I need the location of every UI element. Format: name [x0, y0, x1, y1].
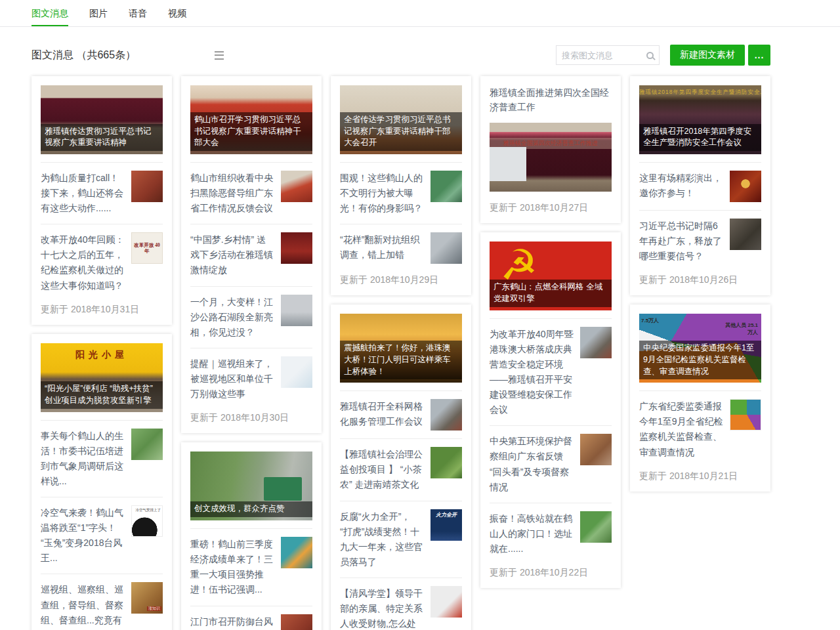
list-item[interactable]: 巡视组、巡察组、巡查组，督导组、督察组、督查组...究竟有啥区别？ 涨知识 — [41, 574, 163, 630]
list-item[interactable]: 反腐“火力全开”， “打虎”战绩斐然！十九大一年来，这些官员落马了 火力全开 — [340, 501, 462, 570]
page-title: 图文消息 （共665条） — [32, 49, 136, 62]
pie-chart-label: 其他人员 25.1万人 — [721, 322, 758, 336]
list-item[interactable]: 【清风学堂】领导干部的亲属、特定关系人收受财物,怎么处分? — [340, 578, 462, 630]
article-thumbnail — [131, 171, 163, 202]
article-title: 这里有场精彩演出，邀你齐参与！ — [639, 171, 723, 202]
updated-date: 更新于 2018年10月31日 — [41, 304, 163, 316]
cover-title: 全省传达学习贯彻习近平总书记视察广东重要讲话精神干部大会召开 — [340, 112, 462, 151]
search-box[interactable] — [556, 45, 660, 65]
article-thumbnail — [430, 171, 462, 202]
list-item[interactable]: 鹤山市组织收看中央扫黑除恶督导组广东省工作情况反馈会议 — [190, 162, 312, 216]
cover-title: 创文成效现，群众齐点赞 — [190, 501, 312, 517]
tab-audio[interactable]: 语音 — [129, 0, 147, 26]
article-title: 冷空气来袭！鹤山气温将跌至“1”字头！“玉兔”变身2018台风王... — [41, 505, 125, 566]
list-item[interactable]: 为改革开放40周年暨港珠澳大桥落成庆典营造安全稳定环境——雅瑶镇召开平安建设暨维… — [490, 318, 612, 418]
article-card: 鹤山市召开学习贯彻习近平总书记视察广东重要讲话精神干部大会 鹤山市组织收看中央扫… — [181, 76, 322, 433]
list-item[interactable]: 雅瑶镇召开全科网格化服务管理工作会议 — [340, 390, 462, 430]
article-title: 提醒｜巡视组来了，被巡视地区和单位千万别做这些事 — [190, 356, 274, 402]
tab-video[interactable]: 视频 — [168, 0, 186, 26]
updated-date: 更新于 2018年10月22日 — [490, 567, 612, 579]
article-cover[interactable]: 创文成效现，群众齐点赞 — [190, 452, 312, 520]
search-input[interactable] — [562, 51, 646, 60]
article-thumbnail — [281, 232, 312, 264]
article-cover[interactable]: 鹤山市召开学习贯彻习近平总书记视察广东重要讲话精神干部大会 — [190, 85, 312, 154]
list-item[interactable]: 改革开放40年回顾：十七大之后的五年，纪检监察机关做过的这些大事你知道吗？ 改革… — [41, 224, 163, 293]
article-thumbnail: 改革开放 40年 — [131, 232, 163, 264]
article-thumbnail — [580, 434, 612, 465]
article-title: 反腐“火力全开”， “打虎”战绩斐然！十九大一年来，这些官员落马了 — [340, 509, 424, 570]
article-title: 重磅！鹤山前三季度经济成绩单来了！三重一大项目强势推进！伍书记强调... — [190, 537, 274, 597]
article-title: 中央第五环境保护督察组向广东省反馈“回头看”及专项督察情况 — [490, 434, 574, 494]
article-cover[interactable]: 雅瑶镇全国第四次经济普查工作推进 — [490, 123, 612, 192]
updated-date: 更新于 2018年10月27日 — [490, 202, 612, 214]
list-item[interactable]: 围观！这些鹤山人的不文明行为被大曝光！有你的身影吗？ — [340, 162, 462, 216]
article-title: 为鹤山质量打call！接下来，鹤山还将会有这些大动作...... — [41, 171, 125, 216]
list-item[interactable]: 事关每个鹤山人的生活！市委书记伍培进到市气象局调研后这样说... — [41, 420, 163, 489]
page-header: 图文消息 （共665条） 新建图文素材 ... — [0, 45, 840, 66]
article-thumbnail — [281, 537, 312, 568]
article-title[interactable]: 雅瑶镇全面推进第四次全国经济普查工作 — [490, 85, 612, 115]
list-item[interactable]: 提醒｜巡视组来了，被巡视地区和单位千万别做这些事 — [190, 348, 312, 402]
article-thumbnail — [131, 429, 163, 460]
list-item[interactable]: 为鹤山质量打call！接下来，鹤山还将会有这些大动作...... — [41, 162, 163, 216]
article-title: 雅瑶镇召开全科网格化服务管理工作会议 — [340, 399, 424, 430]
article-thumbnail — [580, 327, 612, 358]
article-card: 雅瑶镇2018年第四季度安全生产暨消防安全工作 雅瑶镇召开2018年第四季度安全… — [630, 76, 770, 295]
material-type-tabs: 图文消息 图片 语音 视频 — [0, 0, 840, 27]
grid-view-icon[interactable] — [145, 51, 208, 60]
article-cover[interactable]: 阳光小屋 “阳光小屋”便利店 “助残+扶贫”创业项目成为脱贫攻坚新引擎 — [41, 343, 163, 412]
article-title: 【清风学堂】领导干部的亲属、特定关系人收受财物,怎么处分? — [340, 586, 424, 630]
article-card: 雅瑶镇全面推进第四次全国经济普查工作 雅瑶镇全国第四次经济普查工作推进 更新于 … — [480, 76, 621, 223]
list-item[interactable]: 重磅！鹤山前三季度经济成绩单来了！三重一大项目强势推进！伍书记强调... — [190, 528, 312, 597]
list-view-icon[interactable] — [215, 51, 224, 60]
list-item[interactable]: 中央第五环境保护督察组向广东省反馈“回头看”及专项督察情况 — [490, 425, 612, 494]
article-cover[interactable]: 雅瑶镇2018年第四季度安全生产暨消防安全工作 雅瑶镇召开2018年第四季度安全… — [639, 85, 761, 154]
article-cover[interactable]: 全省传达学习贯彻习近平总书记视察广东重要讲话精神干部大会召开 — [340, 85, 462, 154]
article-card: 震撼航拍来了！你好，港珠澳大桥！江门人明日可这样乘车上桥体验！ 雅瑶镇召开全科网… — [331, 304, 471, 630]
tab-image[interactable]: 图片 — [89, 0, 108, 26]
list-item[interactable]: 这里有场精彩演出，邀你齐参与！ — [639, 162, 761, 202]
updated-date: 更新于 2018年10月26日 — [639, 274, 761, 286]
article-thumbnail: 冷空气安排上了 — [131, 505, 163, 537]
article-title: “花样”翻新对抗组织调查，错上加错 — [340, 232, 424, 264]
list-item[interactable]: 江门市召开防御台风“山竹”抢险救灾工作总结大会，鹤山这些先进集体个人受奖励～ — [190, 606, 312, 630]
article-card: 雅瑶镇传达贯彻习近平总书记视察广东重要讲话精神 为鹤山质量打call！接下来，鹤… — [32, 76, 172, 325]
cover-title: 雅瑶镇传达贯彻习近平总书记视察广东重要讲话精神 — [41, 124, 163, 152]
list-item[interactable]: “花样”翻新对抗组织调查，错上加错 — [340, 224, 462, 264]
more-actions-button[interactable]: ... — [748, 45, 770, 66]
list-item[interactable]: 广东省纪委监委通报今年1至9月全省纪检监察机关监督检查、审查调查情况 — [639, 390, 761, 459]
article-title: “中国梦.乡村情” 送戏下乡活动在雅瑶镇激情绽放 — [190, 232, 274, 278]
article-title: 习近平总书记时隔6年再赴广东，释放了哪些重要信号？ — [639, 219, 723, 264]
article-thumbnail — [281, 356, 312, 388]
masonry-column: 雅瑶镇全面推进第四次全国经济普查工作 雅瑶镇全国第四次经济普查工作推进 更新于 … — [480, 76, 621, 588]
list-item[interactable]: 冷空气来袭！鹤山气温将跌至“1”字头！“玉兔”变身2018台风王... 冷空气安… — [41, 497, 163, 566]
article-card: ☭ 广东鹤山：点燃全科网格 全域党建双引擎 为改革开放40周年暨港珠澳大桥落成庆… — [480, 232, 621, 588]
article-title: 巡视组、巡察组、巡查组，督导组、督察组、督查组...究竟有啥区别？ — [41, 582, 125, 630]
masonry-column: 雅瑶镇传达贯彻习近平总书记视察广东重要讲话精神 为鹤山质量打call！接下来，鹤… — [32, 76, 172, 630]
list-item[interactable]: 一个月，大变样！江沙公路石湖段全新亮相，你见过没？ — [190, 286, 312, 340]
tab-image-text[interactable]: 图文消息 — [32, 0, 68, 26]
article-card: 全省传达学习贯彻习近平总书记视察广东重要讲话精神干部大会召开 围观！这些鹤山人的… — [331, 76, 471, 295]
article-cover[interactable]: 震撼航拍来了！你好，港珠澳大桥！江门人明日可这样乘车上桥体验！ — [340, 314, 462, 383]
article-cover[interactable]: 雅瑶镇传达贯彻习近平总书记视察广东重要讲话精神 — [41, 85, 163, 154]
list-item[interactable]: “中国梦.乡村情” 送戏下乡活动在雅瑶镇激情绽放 — [190, 224, 312, 278]
article-thumbnail — [580, 511, 612, 543]
updated-date: 更新于 2018年10月21日 — [639, 471, 761, 482]
masonry-column: 鹤山市召开学习贯彻习近平总书记视察广东重要讲话精神干部大会 鹤山市组织收看中央扫… — [181, 76, 322, 630]
list-item[interactable]: 习近平总书记时隔6年再赴广东，释放了哪些重要信号？ — [639, 210, 761, 264]
list-item[interactable]: 振奋！高铁站就在鹤山人的家门口！选址就在...... — [490, 503, 612, 556]
updated-date: 更新于 2018年10月30日 — [190, 412, 312, 424]
cover-title: 广东鹤山：点燃全科网格 全域党建双引擎 — [490, 280, 612, 307]
article-thumbnail: 火力全开 — [430, 509, 462, 541]
cover-title: 雅瑶镇召开2018年第四季度安全生产暨消防安全工作会议 — [639, 124, 761, 152]
cover-banner-text: 雅瑶镇2018年第四季度安全生产暨消防安全工作 — [639, 89, 761, 96]
article-cover[interactable]: 7.5万人 其他人员 25.1万人 中央纪委国家监委通报今年1至9月全国纪检监察… — [639, 314, 761, 383]
search-icon[interactable] — [646, 52, 654, 59]
list-item[interactable]: 【雅瑶镇社会治理公益创投项目 】 “小茶农” 走进南靖茶文化 — [340, 438, 462, 492]
article-title: 振奋！高铁站就在鹤山人的家门口！选址就在...... — [490, 511, 574, 556]
article-thumbnail — [281, 614, 312, 630]
article-cover[interactable]: ☭ 广东鹤山：点燃全科网格 全域党建双引擎 — [490, 242, 612, 310]
new-material-button[interactable]: 新建图文素材 — [670, 45, 745, 66]
article-title: 江门市召开防御台风“山竹”抢险救灾工作总结大会，鹤山这些先进集体个人受奖励～ — [190, 614, 274, 630]
article-thumbnail — [281, 295, 312, 326]
